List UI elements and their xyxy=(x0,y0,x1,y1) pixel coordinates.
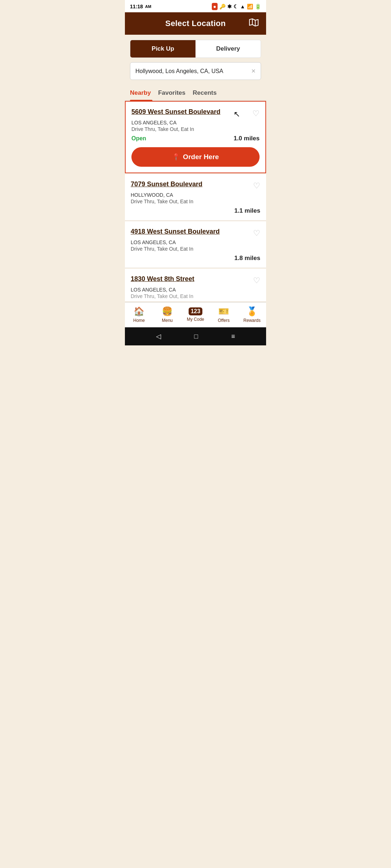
location-4-city: LOS ANGELES, CA xyxy=(131,287,260,293)
nav-offers-label: Offers xyxy=(218,318,230,323)
location-1-status: Open xyxy=(131,135,146,142)
page-header: Select Location xyxy=(125,12,266,35)
nav-offers[interactable]: 🎫 Offers xyxy=(210,306,238,323)
status-time: 11:18 xyxy=(130,4,143,9)
location-2-services: Drive Thru, Take Out, Eat In xyxy=(131,199,260,204)
tab-recents[interactable]: Recents xyxy=(193,86,224,100)
location-4-services: Drive Thru, Take Out, Eat In xyxy=(131,293,260,299)
map-icon[interactable] xyxy=(249,18,259,29)
bluetooth-icon: ✱ xyxy=(227,4,232,9)
location-card-2[interactable]: 7079 Sunset Boulevard ♡ HOLLYWOOD, CA Dr… xyxy=(125,174,266,221)
location-1-footer: Open 1.0 miles xyxy=(131,135,260,142)
location-4-name[interactable]: 1830 West 8th Street xyxy=(131,275,249,283)
location-2-name[interactable]: 7079 Sunset Boulevard xyxy=(131,180,249,188)
location-pin-icon: 📍 xyxy=(172,153,180,161)
mycode-icon: 123 xyxy=(189,307,203,315)
search-value: Hollywood, Los Angeles, CA, USA xyxy=(135,68,251,75)
location-card-1[interactable]: ↖ 5609 West Sunset Boulevard ♡ LOS ANGEL… xyxy=(125,101,266,173)
filter-tabs: Nearby Favorites Recents xyxy=(125,86,266,101)
signal-icon: ▲ xyxy=(240,4,245,9)
location-card-2-header: 7079 Sunset Boulevard ♡ xyxy=(131,180,260,191)
location-search-bar[interactable]: Hollywood, Los Angeles, CA, USA × xyxy=(130,62,261,80)
location-2-footer: 1.1 miles xyxy=(131,207,260,214)
location-4-favorite[interactable]: ♡ xyxy=(253,276,260,285)
status-right: ● 🔑 ✱ ☾ ▲ 📶 🔋 xyxy=(212,3,261,10)
pickup-tab[interactable]: Pick Up xyxy=(130,40,196,58)
nav-home[interactable]: 🏠 Home xyxy=(125,306,153,323)
location-card-4[interactable]: 1830 West 8th Street ♡ LOS ANGELES, CA D… xyxy=(125,269,266,302)
location-3-favorite[interactable]: ♡ xyxy=(253,229,260,238)
status-left: 11:18 AM xyxy=(130,4,151,9)
location-1-distance: 1.0 miles xyxy=(234,135,260,142)
search-clear-button[interactable]: × xyxy=(251,67,256,75)
rewards-icon: 🏅 xyxy=(247,306,257,316)
nav-menu-label: Menu xyxy=(162,318,173,323)
nav-rewards[interactable]: 🏅 Rewards xyxy=(238,306,266,323)
locations-list: ↖ 5609 West Sunset Boulevard ♡ LOS ANGEL… xyxy=(125,101,266,302)
tab-favorites[interactable]: Favorites xyxy=(158,86,193,100)
android-home-button[interactable]: □ xyxy=(194,333,198,340)
location-3-footer: 1.8 miles xyxy=(131,255,260,262)
android-navigation-bar: ◁ □ ≡ xyxy=(125,327,266,345)
record-icon: ● xyxy=(212,3,218,10)
offers-icon: 🎫 xyxy=(218,306,229,316)
location-1-name[interactable]: 5609 West Sunset Boulevard xyxy=(131,108,249,116)
location-2-favorite[interactable]: ♡ xyxy=(253,181,260,191)
bottom-navigation: 🏠 Home 🍔 Menu 123 My Code 🎫 Offers 🏅 Rew… xyxy=(125,302,266,327)
location-2-city: HOLLYWOOD, CA xyxy=(131,192,260,198)
delivery-tab[interactable]: Delivery xyxy=(196,40,261,58)
nav-mycode-label: My Code xyxy=(187,317,204,322)
nav-home-label: Home xyxy=(133,318,145,323)
keys-icon: 🔑 xyxy=(219,4,226,9)
nav-menu[interactable]: 🍔 Menu xyxy=(153,306,181,323)
location-3-name[interactable]: 4918 West Sunset Boulevard xyxy=(131,228,249,235)
location-3-services: Drive Thru, Take Out, Eat In xyxy=(131,246,260,252)
location-card-3-header: 4918 West Sunset Boulevard ♡ xyxy=(131,228,260,238)
page-title: Select Location xyxy=(165,19,226,28)
tab-nearby[interactable]: Nearby xyxy=(130,86,158,100)
location-1-favorite[interactable]: ♡ xyxy=(252,109,260,118)
android-back-button[interactable]: ◁ xyxy=(156,332,161,340)
status-ampm: AM xyxy=(145,4,151,9)
android-recents-button[interactable]: ≡ xyxy=(231,333,235,340)
location-1-services: Drive Thru, Take Out, Eat In xyxy=(131,126,260,132)
location-1-city: LOS ANGELES, CA xyxy=(131,120,260,125)
location-card-3[interactable]: 4918 West Sunset Boulevard ♡ LOS ANGELES… xyxy=(125,221,266,268)
menu-icon: 🍔 xyxy=(162,306,173,316)
location-card-4-header: 1830 West 8th Street ♡ xyxy=(131,275,260,285)
location-card-1-header: 5609 West Sunset Boulevard ♡ xyxy=(131,108,260,118)
status-bar: 11:18 AM ● 🔑 ✱ ☾ ▲ 📶 🔋 xyxy=(125,0,266,12)
location-2-distance: 1.1 miles xyxy=(234,207,260,214)
order-here-button-1[interactable]: 📍 Order Here xyxy=(131,147,260,167)
home-icon: 🏠 xyxy=(134,306,144,316)
nav-mycode[interactable]: 123 My Code xyxy=(181,307,210,322)
order-type-toggle: Pick Up Delivery xyxy=(130,40,261,58)
wifi-icon: 📶 xyxy=(247,4,253,9)
battery-icon: 🔋 xyxy=(255,4,261,9)
moon-icon: ☾ xyxy=(234,4,238,9)
location-3-distance: 1.8 miles xyxy=(234,255,260,262)
location-3-city: LOS ANGELES, CA xyxy=(131,239,260,245)
nav-rewards-label: Rewards xyxy=(243,318,260,323)
